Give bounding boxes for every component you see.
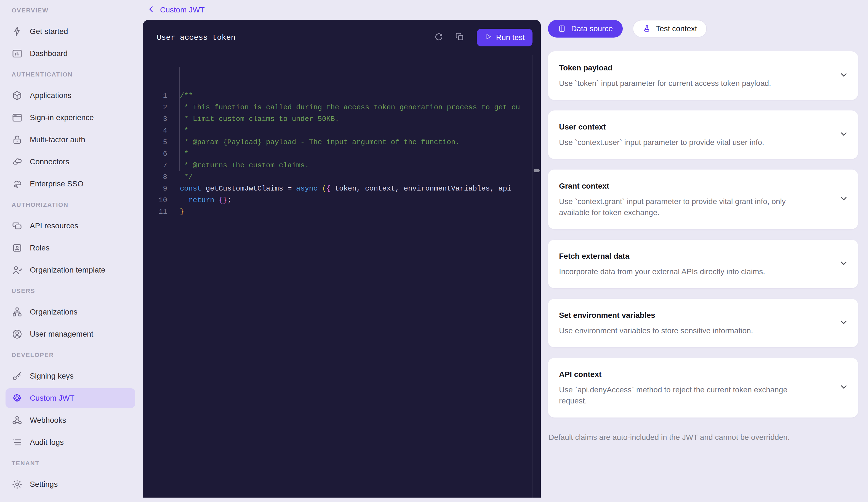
cloud-key-icon bbox=[12, 178, 23, 189]
cog-flower-icon bbox=[12, 393, 23, 404]
sidebar-item-label: Get started bbox=[30, 27, 68, 36]
line-number: 9 bbox=[143, 183, 167, 194]
code-area[interactable]: 1/**2 * This function is called during t… bbox=[143, 55, 541, 486]
code-line-7: 7 * @returns The custom claims. bbox=[143, 160, 541, 171]
tab-test-context[interactable]: Test context bbox=[633, 20, 707, 38]
sidebar-item-sign-in-experience[interactable]: Sign-in experience bbox=[6, 108, 135, 128]
flask-icon bbox=[643, 24, 651, 33]
sidebar-section-label-tenant: TENANT bbox=[0, 457, 141, 469]
card-title: Set environment variables bbox=[559, 310, 827, 321]
chevron-down-icon[interactable] bbox=[838, 318, 849, 329]
card-description: Use `token` input parameter for current … bbox=[559, 78, 808, 89]
sidebar-item-organizations[interactable]: Organizations bbox=[6, 302, 135, 322]
code-line-2: 2 * This function is called during the a… bbox=[143, 102, 541, 113]
card-grant-context[interactable]: Grant contextUse `context.grant` input p… bbox=[548, 170, 858, 229]
card-title: API context bbox=[559, 369, 827, 380]
copy-icon bbox=[455, 32, 464, 43]
sidebar-item-label: Webhooks bbox=[30, 416, 66, 425]
line-number: 10 bbox=[143, 194, 167, 206]
sidebar-item-label: Dashboard bbox=[30, 49, 68, 58]
panel-tabs: Data sourceTest context bbox=[548, 20, 858, 38]
sidebar-item-connectors[interactable]: Connectors bbox=[6, 152, 135, 172]
app-root: OVERVIEWGet startedDashboardAUTHENTICATI… bbox=[0, 0, 868, 502]
sidebar-item-enterprise-sso[interactable]: Enterprise SSO bbox=[6, 174, 135, 194]
zap-icon bbox=[12, 26, 23, 37]
line-content: * Limit custom claims to under 50KB. bbox=[167, 113, 339, 125]
sidebar-item-label: Organization template bbox=[30, 265, 105, 274]
line-content: * bbox=[167, 148, 188, 160]
code-line-8: 8 */ bbox=[143, 171, 541, 183]
line-content: return {}; bbox=[167, 194, 231, 206]
lock-icon bbox=[12, 134, 23, 145]
card-list: Token payloadUse `token` input parameter… bbox=[548, 51, 858, 418]
default-claims-note: Default claims are auto-included in the … bbox=[548, 433, 858, 442]
editor-scrollbar-thumb[interactable] bbox=[534, 169, 540, 172]
card-description: Use `context.grant` input parameter to p… bbox=[559, 196, 808, 218]
sidebar: OVERVIEWGet startedDashboardAUTHENTICATI… bbox=[0, 0, 141, 502]
sidebar-item-user-management[interactable]: User management bbox=[6, 324, 135, 344]
chevron-down-icon[interactable] bbox=[838, 382, 849, 393]
card-set-environment-variables[interactable]: Set environment variablesUse environment… bbox=[548, 299, 858, 348]
chevron-down-icon[interactable] bbox=[838, 259, 849, 270]
sidebar-item-get-started[interactable]: Get started bbox=[6, 21, 135, 41]
sidebar-item-label: Roles bbox=[30, 243, 50, 252]
sidebar-item-applications[interactable]: Applications bbox=[6, 86, 135, 106]
code-line-10: 10 return {}; bbox=[143, 194, 541, 206]
refresh-button[interactable] bbox=[434, 33, 444, 42]
code-editor-panel: User access token Run test 1/**2 * This … bbox=[143, 20, 541, 498]
sidebar-item-multi-factor-auth[interactable]: Multi-factor auth bbox=[6, 130, 135, 150]
code-line-4: 4 * bbox=[143, 125, 541, 137]
sidebar-section-label-authorization: AUTHORIZATION bbox=[0, 199, 141, 211]
sidebar-item-settings[interactable]: Settings bbox=[6, 474, 135, 494]
browser-icon bbox=[12, 112, 23, 123]
line-content: /** bbox=[167, 90, 193, 102]
sidebar-item-custom-jwt[interactable]: Custom JWT bbox=[6, 388, 135, 408]
tab-data-source[interactable]: Data source bbox=[548, 20, 623, 38]
code-line-1: 1/** bbox=[143, 90, 541, 102]
card-description: Use environment variables to store sensi… bbox=[559, 325, 808, 336]
run-test-button[interactable]: Run test bbox=[477, 29, 533, 47]
line-number: 3 bbox=[143, 113, 167, 125]
line-number: 1 bbox=[143, 90, 167, 102]
line-number: 2 bbox=[143, 102, 167, 113]
sidebar-item-organization-template[interactable]: Organization template bbox=[6, 260, 135, 280]
chevron-down-icon[interactable] bbox=[838, 194, 849, 205]
sidebar-item-label: Enterprise SSO bbox=[30, 180, 84, 188]
card-description: Use `api.denyAccess` method to reject th… bbox=[559, 384, 808, 406]
card-api-context[interactable]: API contextUse `api.denyAccess` method t… bbox=[548, 358, 858, 418]
data-source-panel: Data sourceTest context Token payloadUse… bbox=[548, 20, 858, 442]
stack-icon bbox=[12, 220, 23, 231]
sidebar-item-api-resources[interactable]: API resources bbox=[6, 216, 135, 236]
editor-header: User access token Run test bbox=[143, 20, 541, 55]
gear-icon bbox=[12, 479, 23, 490]
code-line-9: 9const getCustomJwtClaims = async ({ tok… bbox=[143, 183, 541, 194]
user-circle-icon bbox=[12, 329, 23, 340]
main-area: Custom JWT User access token Run test bbox=[141, 0, 868, 502]
editor-title: User access token bbox=[157, 33, 423, 42]
line-content: */ bbox=[167, 171, 193, 183]
code-line-5: 5 * @param {Payload} payload - The input… bbox=[143, 137, 541, 148]
copy-button[interactable] bbox=[455, 33, 465, 42]
card-user-context[interactable]: User contextUse `context.user` input par… bbox=[548, 110, 858, 159]
clouds-icon bbox=[12, 156, 23, 167]
line-content: * @returns The custom claims. bbox=[167, 160, 309, 171]
card-title: Grant context bbox=[559, 181, 827, 192]
sidebar-item-label: Custom JWT bbox=[30, 394, 74, 403]
sidebar-item-webhooks[interactable]: Webhooks bbox=[6, 410, 135, 430]
sidebar-item-audit-logs[interactable]: Audit logs bbox=[6, 432, 135, 452]
tab-label: Test context bbox=[656, 24, 697, 33]
breadcrumb[interactable]: Custom JWT bbox=[141, 0, 205, 20]
chevron-down-icon[interactable] bbox=[838, 129, 849, 140]
line-content: } bbox=[167, 206, 184, 218]
sidebar-section-label-developer: DEVELOPER bbox=[0, 349, 141, 361]
sidebar-item-dashboard[interactable]: Dashboard bbox=[6, 44, 135, 63]
sidebar-item-roles[interactable]: Roles bbox=[6, 238, 135, 258]
sidebar-item-signing-keys[interactable]: Signing keys bbox=[6, 366, 135, 386]
chevron-down-icon[interactable] bbox=[838, 70, 849, 81]
card-fetch-external-data[interactable]: Fetch external dataIncorporate data from… bbox=[548, 240, 858, 288]
sidebar-item-label: Sign-in experience bbox=[30, 113, 94, 122]
card-token-payload[interactable]: Token payloadUse `token` input parameter… bbox=[548, 51, 858, 100]
play-icon bbox=[485, 33, 492, 42]
code-line-11: 11} bbox=[143, 206, 541, 218]
card-title: User context bbox=[559, 121, 827, 132]
